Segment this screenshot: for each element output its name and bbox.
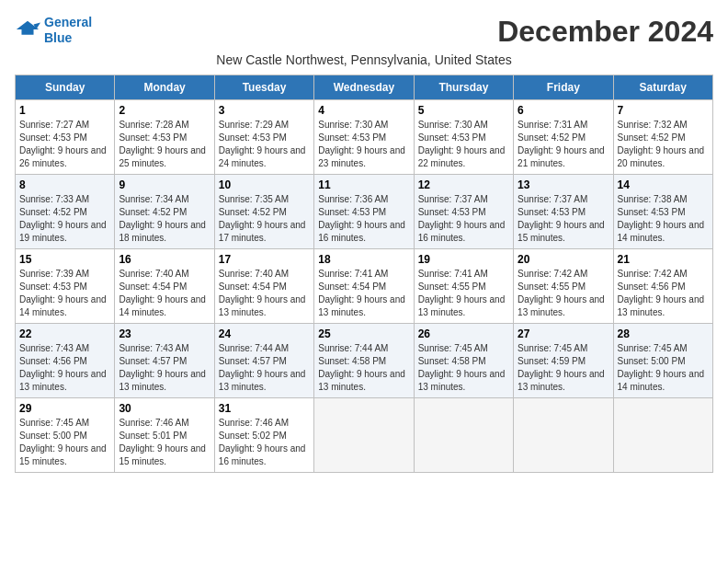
calendar-cell [613,398,712,473]
weekday-header-saturday: Saturday [613,75,712,100]
day-info: Sunrise: 7:28 AMSunset: 4:53 PMDaylight:… [119,119,210,170]
day-info: Sunrise: 7:32 AMSunset: 4:52 PMDaylight:… [618,119,709,170]
calendar-cell: 20Sunrise: 7:42 AMSunset: 4:55 PMDayligh… [514,249,613,324]
calendar-cell: 29Sunrise: 7:45 AMSunset: 5:00 PMDayligh… [16,398,115,473]
day-info: Sunrise: 7:39 AMSunset: 4:53 PMDaylight:… [19,268,110,319]
calendar-cell: 3Sunrise: 7:29 AMSunset: 4:53 PMDaylight… [214,100,313,175]
day-number: 14 [618,178,709,191]
day-info: Sunrise: 7:30 AMSunset: 4:53 PMDaylight:… [418,119,509,170]
calendar-week-row: 1Sunrise: 7:27 AMSunset: 4:53 PMDaylight… [16,100,713,175]
day-number: 18 [318,253,409,266]
calendar-week-row: 22Sunrise: 7:43 AMSunset: 4:56 PMDayligh… [16,324,713,398]
day-info: Sunrise: 7:42 AMSunset: 4:56 PMDaylight:… [618,268,709,319]
calendar-cell: 15Sunrise: 7:39 AMSunset: 4:53 PMDayligh… [16,249,115,324]
day-number: 1 [19,104,110,117]
calendar-week-row: 8Sunrise: 7:33 AMSunset: 4:52 PMDaylight… [16,175,713,249]
day-number: 26 [418,327,509,340]
day-number: 19 [418,253,509,266]
day-number: 27 [518,327,609,340]
logo-text: GeneralBlue [44,15,92,46]
weekday-header-friday: Friday [514,75,613,100]
day-number: 22 [19,327,110,340]
calendar-cell: 22Sunrise: 7:43 AMSunset: 4:56 PMDayligh… [16,324,115,398]
day-info: Sunrise: 7:40 AMSunset: 4:54 PMDaylight:… [219,268,310,319]
calendar-week-row: 15Sunrise: 7:39 AMSunset: 4:53 PMDayligh… [16,249,713,324]
weekday-header-thursday: Thursday [414,75,513,100]
day-info: Sunrise: 7:36 AMSunset: 4:53 PMDaylight:… [318,193,409,245]
day-info: Sunrise: 7:35 AMSunset: 4:52 PMDaylight:… [219,193,310,245]
calendar-cell [514,398,613,473]
day-number: 6 [518,104,609,117]
day-info: Sunrise: 7:42 AMSunset: 4:55 PMDaylight:… [518,268,609,319]
day-number: 10 [219,178,310,191]
calendar-cell [314,398,414,473]
calendar-cell: 30Sunrise: 7:46 AMSunset: 5:01 PMDayligh… [115,398,214,473]
day-info: Sunrise: 7:33 AMSunset: 4:52 PMDaylight:… [19,193,110,245]
day-info: Sunrise: 7:44 AMSunset: 4:57 PMDaylight:… [219,342,310,394]
logo-icon [15,17,40,43]
day-info: Sunrise: 7:45 AMSunset: 4:59 PMDaylight:… [518,342,609,394]
day-info: Sunrise: 7:38 AMSunset: 4:53 PMDaylight:… [618,193,709,245]
calendar-cell: 31Sunrise: 7:46 AMSunset: 5:02 PMDayligh… [214,398,313,473]
day-info: Sunrise: 7:44 AMSunset: 4:58 PMDaylight:… [318,342,409,394]
day-number: 5 [418,104,509,117]
calendar-cell: 10Sunrise: 7:35 AMSunset: 4:52 PMDayligh… [214,175,313,249]
day-info: Sunrise: 7:45 AMSunset: 5:00 PMDaylight:… [19,417,110,468]
weekday-header-monday: Monday [115,75,214,100]
calendar-cell [414,398,513,473]
day-number: 17 [219,253,310,266]
calendar-cell: 14Sunrise: 7:38 AMSunset: 4:53 PMDayligh… [613,175,712,249]
day-number: 21 [618,253,709,266]
day-info: Sunrise: 7:31 AMSunset: 4:52 PMDaylight:… [518,119,609,170]
calendar-cell: 27Sunrise: 7:45 AMSunset: 4:59 PMDayligh… [514,324,613,398]
day-number: 20 [518,253,609,266]
day-number: 25 [318,327,409,340]
day-info: Sunrise: 7:37 AMSunset: 4:53 PMDaylight:… [518,193,609,245]
day-info: Sunrise: 7:34 AMSunset: 4:52 PMDaylight:… [119,193,210,245]
day-number: 3 [219,104,310,117]
day-info: Sunrise: 7:43 AMSunset: 4:57 PMDaylight:… [119,342,210,394]
calendar-cell: 17Sunrise: 7:40 AMSunset: 4:54 PMDayligh… [214,249,313,324]
weekday-header-sunday: Sunday [16,75,115,100]
calendar-cell: 11Sunrise: 7:36 AMSunset: 4:53 PMDayligh… [314,175,414,249]
calendar-cell: 2Sunrise: 7:28 AMSunset: 4:53 PMDaylight… [115,100,214,175]
day-number: 29 [19,402,110,415]
weekday-header-wednesday: Wednesday [314,75,414,100]
day-info: Sunrise: 7:41 AMSunset: 4:54 PMDaylight:… [318,268,409,319]
day-info: Sunrise: 7:45 AMSunset: 4:58 PMDaylight:… [418,342,509,394]
calendar-cell: 21Sunrise: 7:42 AMSunset: 4:56 PMDayligh… [613,249,712,324]
day-info: Sunrise: 7:29 AMSunset: 4:53 PMDaylight:… [219,119,310,170]
calendar-cell: 25Sunrise: 7:44 AMSunset: 4:58 PMDayligh… [314,324,414,398]
day-info: Sunrise: 7:41 AMSunset: 4:55 PMDaylight:… [418,268,509,319]
page-header: GeneralBlue December 2024 [15,15,713,49]
day-info: Sunrise: 7:43 AMSunset: 4:56 PMDaylight:… [19,342,110,394]
day-number: 15 [19,253,110,266]
calendar-cell: 6Sunrise: 7:31 AMSunset: 4:52 PMDaylight… [514,100,613,175]
day-info: Sunrise: 7:40 AMSunset: 4:54 PMDaylight:… [119,268,210,319]
calendar-cell: 13Sunrise: 7:37 AMSunset: 4:53 PMDayligh… [514,175,613,249]
calendar-cell: 19Sunrise: 7:41 AMSunset: 4:55 PMDayligh… [414,249,513,324]
logo: GeneralBlue [15,15,92,46]
calendar-week-row: 29Sunrise: 7:45 AMSunset: 5:00 PMDayligh… [16,398,713,473]
day-number: 28 [618,327,709,340]
calendar-table: SundayMondayTuesdayWednesdayThursdayFrid… [15,75,713,473]
calendar-cell: 16Sunrise: 7:40 AMSunset: 4:54 PMDayligh… [115,249,214,324]
day-number: 13 [518,178,609,191]
day-number: 7 [618,104,709,117]
day-info: Sunrise: 7:27 AMSunset: 4:53 PMDaylight:… [19,119,110,170]
day-number: 24 [219,327,310,340]
calendar-cell: 23Sunrise: 7:43 AMSunset: 4:57 PMDayligh… [115,324,214,398]
weekday-header-tuesday: Tuesday [214,75,313,100]
month-title: December 2024 [497,15,713,49]
day-number: 12 [418,178,509,191]
calendar-cell: 5Sunrise: 7:30 AMSunset: 4:53 PMDaylight… [414,100,513,175]
day-info: Sunrise: 7:46 AMSunset: 5:02 PMDaylight:… [219,417,310,468]
calendar-cell: 26Sunrise: 7:45 AMSunset: 4:58 PMDayligh… [414,324,513,398]
day-info: Sunrise: 7:46 AMSunset: 5:01 PMDaylight:… [119,417,210,468]
day-number: 9 [119,178,210,191]
day-number: 31 [219,402,310,415]
calendar-header-row: SundayMondayTuesdayWednesdayThursdayFrid… [16,75,713,100]
day-number: 4 [318,104,409,117]
day-number: 23 [119,327,210,340]
day-info: Sunrise: 7:30 AMSunset: 4:53 PMDaylight:… [318,119,409,170]
